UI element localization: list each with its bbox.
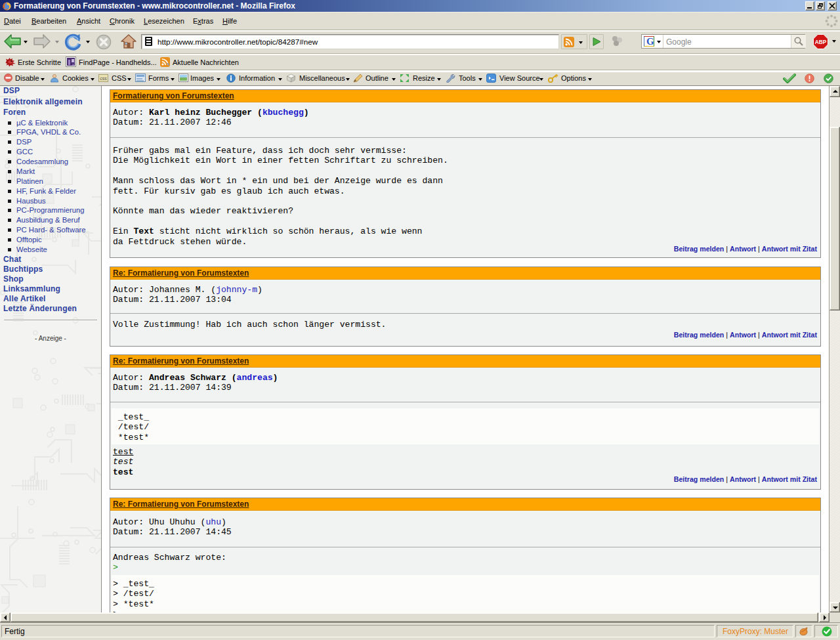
svg-text:ABP: ABP [815,39,827,45]
